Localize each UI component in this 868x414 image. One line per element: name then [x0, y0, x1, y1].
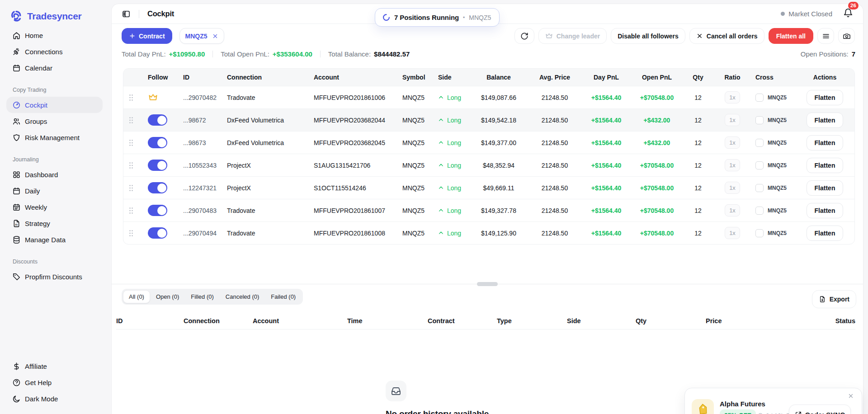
cross-symbol: MNQZ5: [768, 230, 787, 236]
users-icon: [12, 117, 21, 126]
sidebar-item-strategy[interactable]: AIStrategy: [6, 215, 103, 231]
sidebar-item-calendar[interactable]: Calendar: [6, 60, 103, 76]
sidebar-item-affiliate[interactable]: Affiliate: [6, 358, 103, 374]
sidebar-item-get-help[interactable]: Get Help: [6, 374, 103, 390]
flatten-button[interactable]: Flatten: [807, 113, 844, 128]
column-header-symbol: Symbol: [394, 74, 433, 81]
sidebar-item-label: Manage Data: [25, 236, 66, 244]
sidebar-item-label: Calendar: [25, 64, 52, 72]
cross-checkbox[interactable]: [755, 229, 764, 237]
cancel-all-label: Cancel all orders: [707, 33, 758, 40]
drag-handle-icon[interactable]: [129, 184, 133, 192]
follow-toggle[interactable]: [148, 205, 167, 216]
open-pnl-value: +$353604.00: [273, 50, 312, 58]
drag-handle-icon[interactable]: [129, 207, 133, 214]
cancel-all-orders-button[interactable]: Cancel all orders: [689, 28, 764, 44]
sidebar-item-propfirm-discounts[interactable]: Propfirm Discounts: [6, 268, 103, 285]
open-pnl-label: Total Open PnL:: [221, 50, 269, 58]
order-column-side: Side: [567, 317, 636, 325]
sidebar-toggle-icon[interactable]: [122, 9, 131, 19]
position-connection: Tradovate: [227, 230, 308, 237]
follow-toggle[interactable]: [148, 137, 167, 148]
sidebar-section-label: Discounts: [13, 259, 111, 265]
symbol-chip-label: MNQZ5: [185, 33, 208, 40]
flatten-button[interactable]: Flatten: [807, 158, 844, 173]
flatten-button[interactable]: Flatten: [807, 226, 844, 241]
column-header-cross: Cross: [753, 74, 794, 81]
drag-handle-icon[interactable]: [129, 139, 133, 146]
sidebar-item-weekly[interactable]: Weekly: [6, 199, 103, 215]
position-open-pnl: +$432.00: [629, 139, 684, 146]
follow-toggle[interactable]: [148, 227, 167, 239]
screenshot-button[interactable]: [838, 28, 855, 44]
menu-icon: [822, 32, 830, 40]
drag-handle-icon[interactable]: [129, 230, 133, 237]
drag-handle-icon[interactable]: [129, 94, 133, 101]
refresh-button[interactable]: [514, 28, 534, 44]
order-tab-open[interactable]: Open (0): [150, 290, 185, 303]
chip-close-icon[interactable]: [212, 33, 218, 39]
cross-checkbox[interactable]: [755, 116, 764, 124]
cross-checkbox[interactable]: [755, 207, 764, 215]
sidebar-item-label: Connections: [25, 48, 62, 56]
stats-bar: Total Day PnL: +$10950.80 Total Open PnL…: [122, 50, 855, 58]
sidebar-item-cockpit[interactable]: Cockpit: [6, 97, 103, 113]
follow-toggle[interactable]: [148, 182, 167, 193]
flatten-all-button[interactable]: Flatten all: [769, 28, 813, 44]
follow-toggle[interactable]: [148, 114, 167, 126]
export-label: Export: [830, 296, 849, 303]
sidebar-item-daily[interactable]: Daily: [6, 183, 103, 199]
cross-checkbox[interactable]: [755, 139, 764, 147]
split-drag-handle[interactable]: [477, 282, 498, 286]
cross-checkbox[interactable]: [755, 184, 764, 192]
order-tab-canceled[interactable]: Canceled (0): [220, 290, 265, 303]
order-tab-all[interactable]: All (0): [123, 290, 150, 303]
disable-all-followers-button[interactable]: Disable all followers: [611, 28, 685, 44]
positions-running-pill[interactable]: 7 Positions Running • MNQZ5: [375, 8, 500, 27]
positions-table-header: FollowIDConnectionAccountSymbolSideBalan…: [123, 69, 854, 86]
position-balance: $149,125.90: [471, 230, 526, 237]
cross-checkbox[interactable]: [755, 94, 764, 102]
flatten-button[interactable]: Flatten: [807, 203, 844, 218]
cross-checkbox[interactable]: [755, 161, 764, 169]
promo-code-button[interactable]: Code: SYNC: [789, 405, 851, 414]
promo-close-icon[interactable]: [848, 393, 854, 399]
export-button[interactable]: Export: [812, 290, 856, 308]
flatten-all-label: Flatten all: [776, 33, 806, 40]
flatten-button[interactable]: Flatten: [807, 90, 844, 105]
sidebar-item-connections[interactable]: Connections: [6, 43, 103, 60]
sidebar-item-manage-data[interactable]: Manage Data: [6, 231, 103, 248]
menu-button[interactable]: [817, 28, 834, 44]
order-tab-failed[interactable]: Failed (0): [265, 290, 302, 303]
drag-handle-icon[interactable]: [129, 117, 133, 124]
sidebar-item-dark-mode[interactable]: Dark Mode: [6, 390, 103, 407]
sidebar-item-home[interactable]: Home: [6, 27, 103, 43]
change-leader-button[interactable]: Change leader: [538, 28, 607, 44]
position-account: MFFUEVPRO201861007: [308, 207, 394, 214]
sidebar-item-groups[interactable]: Groups: [6, 113, 103, 129]
inbox-icon: [386, 381, 406, 401]
order-tab-filled[interactable]: Filled (0): [185, 290, 220, 303]
follow-toggle[interactable]: [148, 160, 167, 171]
position-symbol: MNQZ5: [394, 139, 433, 146]
cross-symbol: MNQZ5: [768, 207, 787, 214]
position-qty: 12: [684, 139, 712, 146]
promo-discount-badge: 25% OFF: [720, 409, 756, 414]
drag-handle-icon[interactable]: [129, 162, 133, 169]
position-day-pnl: +$1564.40: [583, 230, 629, 237]
flatten-button[interactable]: Flatten: [807, 180, 844, 196]
sidebar-item-risk-management[interactable]: Risk Management: [6, 129, 103, 146]
flatten-button[interactable]: Flatten: [807, 135, 844, 151]
position-open-pnl: +$70548.00: [629, 207, 684, 214]
symbol-chip[interactable]: MNQZ5: [179, 28, 224, 44]
notifications-button[interactable]: 26: [843, 8, 853, 20]
position-side: Long: [438, 94, 461, 101]
cross-symbol: MNQZ5: [768, 140, 787, 146]
position-account: MFFUEVPRO203682045: [308, 139, 394, 146]
column-header-account: Account: [308, 74, 394, 81]
add-contract-button[interactable]: Contract: [122, 28, 172, 44]
sidebar-item-dashboard[interactable]: Dashboard: [6, 166, 103, 183]
day-pnl-label: Total Day PnL:: [122, 50, 166, 58]
position-account: S1AUG1315421706: [308, 162, 394, 169]
contract-button-label: Contract: [139, 33, 165, 40]
